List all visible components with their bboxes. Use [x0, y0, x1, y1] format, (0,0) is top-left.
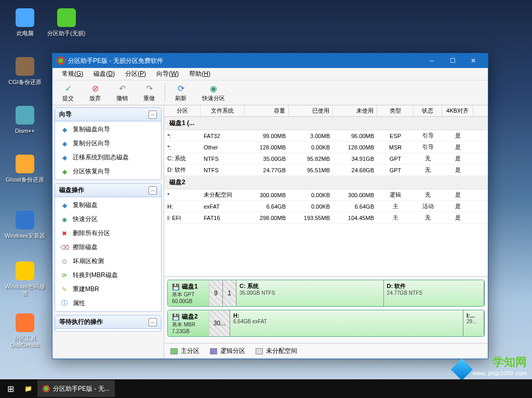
item-label: 复制磁盘: [73, 201, 98, 210]
panel-item[interactable]: ◆迁移系统到固态磁盘: [55, 150, 161, 164]
partition-cell[interactable]: H:6.64GB exFAT: [230, 310, 463, 336]
menu-磁盘[interactable]: 磁盘(D): [88, 68, 120, 80]
item-icon: ✎: [60, 285, 69, 294]
undo-button[interactable]: ↶撤销: [111, 81, 134, 104]
panel-item[interactable]: ✖删除所有分区: [55, 226, 161, 240]
tool-label: 撤销: [116, 94, 128, 102]
item-label: 属性: [73, 299, 85, 308]
panel-item[interactable]: ⌫擦除磁盘: [55, 240, 161, 254]
desktop-icon-dism[interactable]: Dism++: [4, 105, 46, 134]
partition-cell[interactable]: 9: [209, 280, 223, 306]
panel-item[interactable]: ✎重建MBR: [55, 282, 161, 296]
column-header[interactable]: 已使用: [289, 105, 333, 116]
desktop-icon-ghost-backup[interactable]: Ghost备份还原: [4, 154, 46, 183]
discard-button[interactable]: ⊘放弃: [84, 81, 107, 104]
legend-swatch: [210, 348, 217, 354]
disk-group-header[interactable]: 磁盘1 (...: [164, 117, 488, 130]
column-header[interactable]: 分区: [164, 105, 201, 116]
quick-partition-icon: ◉: [208, 83, 219, 93]
table-row[interactable]: H:exFAT6.64GB0.00KB6.64GB主活动是: [164, 201, 488, 212]
panel-item[interactable]: ⊙坏扇区检测: [55, 254, 161, 268]
windows-password-icon: [15, 260, 35, 281]
menu-帮助[interactable]: 帮助(H): [184, 68, 216, 80]
panel-header[interactable]: 磁盘操作︿: [55, 184, 161, 197]
table-row[interactable]: C: 系统NTFS35.00GB95.82MB34.91GBGPT无是: [164, 153, 488, 164]
tool-label: 快速分区: [202, 94, 225, 102]
collapse-icon[interactable]: ︿: [149, 111, 157, 119]
panel-title: 等待执行的操作: [59, 318, 103, 326]
titlebar[interactable]: 分区助手PE版 - 无损分区免费软件 ─ ☐ ✕: [52, 53, 488, 68]
disk-info[interactable]: 💾磁盘1基本 GPT60.00GB: [168, 280, 209, 306]
panel-item[interactable]: ⟳转换到MBR磁盘: [55, 268, 161, 282]
minimize-button[interactable]: ─: [421, 53, 442, 68]
partition-cell[interactable]: C: 系统35.00GB NTFS: [236, 280, 384, 306]
panel-item[interactable]: ⓘ属性: [55, 296, 161, 310]
commit-button[interactable]: ✓提交: [57, 81, 79, 104]
quick-partition-button[interactable]: ◉快速分区: [196, 81, 231, 104]
watermark-logo: 学知网: [473, 354, 527, 370]
desktop-icon-windows-password[interactable]: Windows密码修改: [4, 260, 46, 297]
item-label: 分区恢复向导: [73, 167, 110, 176]
undo-icon: ↶: [117, 83, 127, 93]
legend-label: 未分配空间: [266, 347, 297, 355]
main-panel: 分区文件系统容量已使用未使用类型状态4KB对齐 磁盘1 (...*:FAT329…: [164, 105, 488, 359]
disk-group-header[interactable]: 磁盘2: [164, 176, 488, 189]
menu-向导[interactable]: 向导(W): [151, 68, 184, 80]
tool-label: 重做: [143, 94, 155, 102]
partition-assistant-icon: [56, 7, 77, 28]
collapse-icon[interactable]: ︿: [149, 186, 157, 195]
item-icon: ✖: [60, 229, 69, 238]
desktop-icon-diskgenius[interactable]: 分区工具DiskGenius: [4, 312, 46, 349]
taskbar-app-button[interactable]: 分区助手PE版 - 无...: [37, 380, 115, 397]
column-header[interactable]: 状态: [414, 105, 442, 116]
disk-icon: 💾: [172, 313, 180, 321]
panel-item[interactable]: ◉快速分区: [55, 212, 161, 226]
table-row[interactable]: *:FAT3299.00MB3.00MB96.00MBESP引导是: [164, 130, 488, 142]
item-label: 快速分区: [73, 215, 98, 224]
disk-bar: 💾磁盘1基本 GPT60.00GB91C: 系统35.00GB NTFSD: 软…: [167, 280, 485, 307]
item-label: 复制分区向导: [73, 139, 110, 148]
table-row[interactable]: *未分配空间300.00MB0.00KB300.00MB逻辑无是: [164, 189, 488, 201]
dism-icon: [15, 105, 35, 126]
partition-cell[interactable]: D: 软件24.77GB NTFS: [384, 280, 484, 306]
desktop-icon-cgi-backup[interactable]: CGI备份还原: [4, 56, 46, 86]
disk-info[interactable]: 💾磁盘2基本 MBR7.23GB: [168, 310, 209, 336]
column-header[interactable]: 文件系统: [201, 105, 245, 116]
column-header[interactable]: 4KB对齐: [442, 105, 473, 116]
desktop-icon-partition-assistant[interactable]: 分区助手(无损): [46, 7, 87, 37]
item-label: 擦除磁盘: [73, 243, 98, 252]
panel-item[interactable]: ◆复制磁盘: [55, 198, 161, 212]
commit-icon: ✓: [63, 83, 73, 93]
partition-cell[interactable]: 1: [223, 280, 236, 306]
refresh-button[interactable]: ⟳刷新: [169, 81, 192, 104]
panel-item[interactable]: ◆复制分区向导: [55, 136, 161, 150]
partition-cell[interactable]: I:...29...: [463, 310, 484, 336]
panel-2: 等待执行的操作︿: [55, 315, 162, 332]
menu-常规[interactable]: 常规(G): [57, 68, 88, 80]
partition-cell[interactable]: 30...: [209, 310, 230, 336]
column-header[interactable]: 未使用: [333, 105, 377, 116]
maximize-button[interactable]: ☐: [442, 53, 463, 68]
menu-分区[interactable]: 分区(P): [120, 68, 151, 80]
table-row[interactable]: *:Other128.00MB0.00KB128.00MBMSR引导是: [164, 142, 488, 153]
panel-header[interactable]: 等待执行的操作︿: [55, 315, 161, 329]
desktop-icon-windows-installer[interactable]: Windows安装器: [4, 210, 46, 239]
table-row[interactable]: I: EFIFAT16298.00MB193.55MB104.45MB主无是: [164, 212, 488, 224]
panel-item[interactable]: ◆分区恢复向导: [55, 164, 161, 179]
close-button[interactable]: ✕: [463, 53, 484, 68]
column-header[interactable]: 类型: [377, 105, 414, 116]
collapse-icon[interactable]: ︿: [149, 318, 157, 326]
item-icon: ⟳: [60, 271, 69, 280]
table-row[interactable]: D: 软件NTFS24.77GB95.51MB24.68GBGPT无是: [164, 164, 488, 176]
redo-button[interactable]: ↷重做: [138, 81, 161, 104]
icon-label: Ghost备份还原: [4, 176, 46, 183]
file-explorer-button[interactable]: 📁: [19, 380, 37, 397]
start-button[interactable]: ⊞: [2, 380, 19, 397]
panel-header[interactable]: 向导︿: [55, 108, 161, 121]
panel-item[interactable]: ◆复制磁盘向导: [55, 122, 161, 136]
column-header[interactable]: 容量: [245, 105, 289, 116]
disk-icon: 💾: [172, 283, 180, 291]
taskbar: ⊞ 📁 分区助手PE版 - 无...: [0, 379, 532, 398]
desktop-icon-this-pc[interactable]: 此电脑: [4, 7, 46, 37]
cgi-backup-icon: [15, 56, 35, 77]
